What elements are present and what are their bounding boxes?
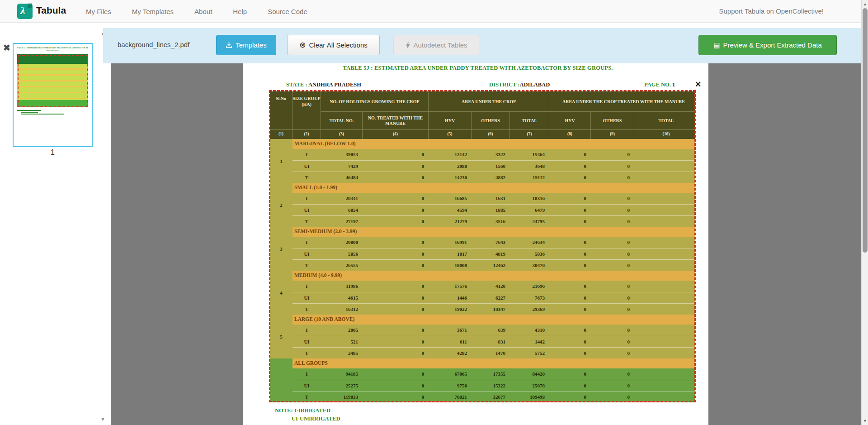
preview-export-button[interactable]: ▤ Preview & Export Extracted Data [698,35,837,55]
nav-item-my-templates[interactable]: My Templates [132,8,174,15]
page-thumbnail-sidebar: ✖ TABLE 5J : ESTIMATED AREA UNDER PADDY … [0,23,111,425]
pdf-table-title: TABLE 5J : ESTIMATED AREA UNDER PADDY TR… [261,65,695,72]
clear-circle-icon: ⊗ [299,41,306,49]
thumbnail-table [17,54,88,107]
selection-box[interactable] [269,90,696,402]
nav-item-my-files[interactable]: My Files [86,8,111,15]
current-filename: background_lines_2.pdf [118,41,189,48]
thumbnail-title-text: TABLE 5J : ESTIMATED AREA UNDER PADDY TR… [15,47,90,52]
note-line-2: UI-UNIRRIGATED [292,415,340,422]
templates-label: Templates [236,41,266,49]
scrollbar-thumb[interactable] [863,8,868,253]
lock-icon [28,5,32,8]
logo-swirl: λ [20,5,25,17]
clear-all-selections-button[interactable]: ⊗ Clear All Selections [287,35,380,55]
scroll-down-icon[interactable]: ▼ [862,419,868,423]
remove-selection-button[interactable]: ✕ [695,81,701,88]
page-thumbnail[interactable]: TABLE 5J : ESTIMATED AREA UNDER PADDY TR… [13,43,93,147]
thumbnail-notes [17,110,64,115]
pdf-viewer-area: TABLE 5J : ESTIMATED AREA UNDER PADDY TR… [111,63,861,425]
pdf-page-canvas[interactable]: TABLE 5J : ESTIMATED AREA UNDER PADDY TR… [243,63,708,425]
sidebar-scroll-down-icon[interactable]: ▼ [100,416,105,422]
tabula-logo-icon: λ [17,4,33,19]
thumbnail-selection-box [18,55,88,107]
autodetect-label: Autodetect Tables [414,41,467,49]
thumbnail-page-number: 1 [13,148,93,157]
scroll-up-icon[interactable]: ▲ [862,2,868,6]
support-link[interactable]: Support Tabula on OpenCollective! [719,7,824,15]
nav-menu: My FilesMy TemplatesAboutHelpSource Code [86,0,307,23]
page-no-field: PAGE NO. 1 [644,81,675,88]
templates-icon [226,42,232,48]
main-scrollbar[interactable]: ▲ ▼ [861,0,868,425]
state-field: STATE : ANDHRA PRADESH [286,81,361,88]
templates-button[interactable]: Templates [216,35,276,55]
clear-label: Clear All Selections [309,41,368,49]
export-label: Preview & Export Extracted Data [723,41,821,49]
pdf-notes: NOTE: I-IRRIGATEDUI-UNIRRIGATED [275,407,340,422]
nav-item-help[interactable]: Help [233,8,247,15]
district-field: DISTRICT :ADILABAD [489,81,550,88]
top-navbar: λ Tabula My FilesMy TemplatesAboutHelpSo… [0,0,868,23]
brand-title: Tabula [36,5,66,16]
toolbar: background_lines_2.pdf Templates ⊗ Clear… [103,28,861,63]
nav-item-source-code[interactable]: Source Code [268,8,307,15]
note-line-1: NOTE: I-IRRIGATED [275,407,340,414]
remove-page-icon[interactable]: ✖ [3,43,10,52]
export-table-icon: ▤ [713,42,720,48]
autodetect-tables-button[interactable]: Autodetect Tables [393,35,479,55]
nav-item-about[interactable]: About [194,8,212,15]
lightning-icon [406,42,410,49]
